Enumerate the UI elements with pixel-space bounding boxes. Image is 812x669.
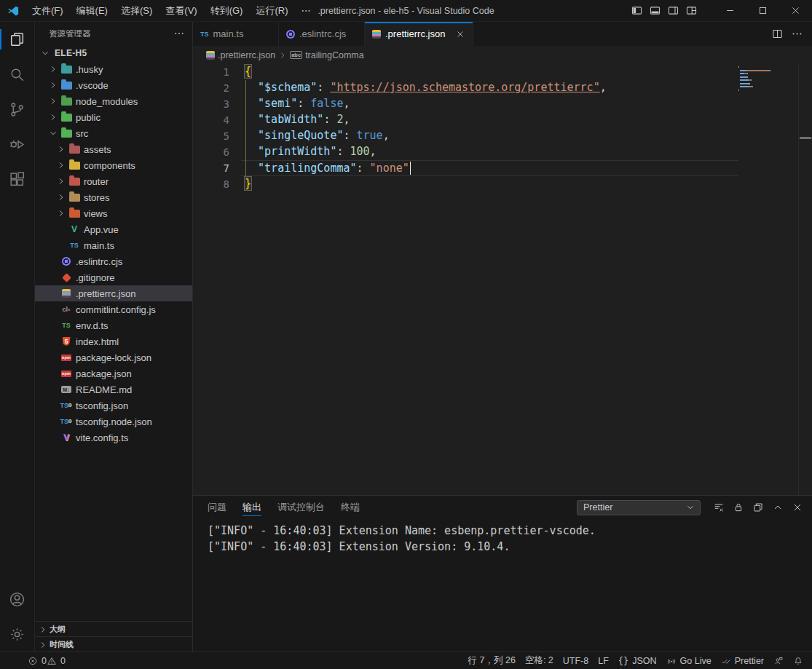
code-editor[interactable]: 1{2 "$schema": "https://json.schemastore… (193, 64, 812, 495)
tree-item-env.d.ts[interactable]: TSenv.d.ts (35, 317, 192, 333)
menu-item-3[interactable]: 查看(V) (159, 2, 203, 20)
lock-icon[interactable] (733, 502, 744, 513)
code-line-8[interactable]: 8} (193, 176, 738, 192)
tree-item-stores[interactable]: stores (35, 189, 192, 205)
code-line-5[interactable]: 5 "singleQuote": true, (193, 128, 738, 144)
activitybar-account[interactable] (0, 582, 34, 617)
status-eol[interactable]: LF (598, 652, 609, 669)
sidebar-section-0[interactable]: 大纲 (35, 621, 192, 636)
menu-item-0[interactable]: 文件(F) (25, 2, 70, 20)
split-editor-icon[interactable] (771, 28, 784, 40)
status-language-mode[interactable]: {}JSON (618, 652, 657, 669)
tree-item-package.json[interactable]: npmpackage.json (35, 365, 192, 381)
maximize-button[interactable] (746, 0, 779, 22)
minimize-button[interactable] (714, 0, 746, 22)
minimap[interactable] (738, 66, 798, 92)
activitybar-source-control[interactable] (0, 92, 34, 127)
sidebar-section-1[interactable]: 时间线 (35, 636, 192, 652)
panel-tab-调试控制台[interactable]: 调试控制台 (277, 496, 325, 519)
panel-tab-输出[interactable]: 输出 (243, 496, 261, 519)
tree-root[interactable]: ELE-H5 (35, 45, 192, 61)
code-line-1[interactable]: 1{ (193, 64, 738, 80)
close-window-button[interactable] (779, 0, 812, 22)
tree-item-tsconfig.json[interactable]: TS⚙tsconfig.json (35, 397, 192, 413)
more-actions-icon[interactable] (173, 28, 185, 39)
activitybar-explorer[interactable] (0, 22, 34, 57)
tree-item-assets[interactable]: assets (35, 141, 192, 157)
menu-item-1[interactable]: 编辑(E) (70, 2, 114, 20)
layout-sidebar-right-icon[interactable] (667, 4, 679, 17)
output-channel-select[interactable]: Prettier (577, 500, 701, 515)
activitybar-search[interactable] (0, 57, 34, 92)
activitybar-extensions[interactable] (0, 162, 34, 197)
code-line-6[interactable]: 6 "printWidth": 100, (193, 144, 738, 160)
tree-item-.gitignore[interactable]: .gitignore (35, 269, 192, 285)
tree-item-label: README.md (76, 384, 132, 395)
tree-item-README.md[interactable]: M↓README.md (35, 381, 192, 397)
clear-output-icon[interactable] (713, 502, 725, 513)
menu-item-6[interactable]: ⋯ (294, 3, 317, 18)
vite-icon: V (63, 432, 69, 443)
tree-item-.husky[interactable]: .husky (35, 61, 192, 77)
tree-item-views[interactable]: views (35, 205, 192, 221)
tree-item-tsconfig.node.json[interactable]: TS⚙tsconfig.node.json (35, 413, 192, 429)
breadcrumb-item-1[interactable]: abctrailingComma (290, 50, 364, 60)
panel-tab-终端[interactable]: 终端 (341, 496, 360, 519)
breadcrumb-item-0[interactable]: .prettierrc.json (206, 50, 275, 60)
file-icon-slot (60, 98, 73, 106)
tree-item-commitlint.config.js[interactable]: clxcommitlint.config.js (35, 301, 192, 317)
layout-panel-icon[interactable] (649, 4, 661, 17)
layout-sidebar-left-icon[interactable] (631, 4, 643, 17)
status-errors[interactable]: 0 (28, 652, 47, 669)
tree-item-index.html[interactable]: 5index.html (35, 333, 192, 349)
activitybar-run-debug[interactable] (0, 127, 34, 162)
token: "singleQuote" (258, 129, 343, 142)
editor-tab-.eslintrc.cjs[interactable]: .eslintrc.cjs (279, 22, 365, 46)
status-notifications[interactable] (793, 652, 803, 669)
tree-item-main.ts[interactable]: TSmain.ts (35, 237, 192, 253)
editor-tab-main.ts[interactable]: TSmain.ts (193, 22, 279, 46)
tree-item-label: package-lock.json (76, 352, 151, 363)
layout-customize-icon[interactable] (685, 4, 698, 17)
menu-item-4[interactable]: 转到(G) (204, 2, 250, 20)
tree-item-vite.config.ts[interactable]: Vvite.config.ts (35, 429, 192, 446)
open-output-editor-icon[interactable] (752, 502, 764, 513)
minimap-line (738, 90, 798, 91)
prettier-icon (372, 30, 381, 39)
editor-tab-.prettierrc.json[interactable]: .prettierrc.json (365, 22, 473, 46)
status-encoding[interactable]: UTF-8 (563, 652, 588, 669)
tree-item-node_modules[interactable]: node_modules (35, 93, 192, 109)
editor-more-actions-icon[interactable] (791, 28, 803, 40)
tree-item-public[interactable]: public (35, 109, 192, 125)
line-content: "$schema": "https://json.schemastore.org… (241, 80, 738, 96)
menu-item-5[interactable]: 运行(R) (249, 2, 294, 20)
status-warnings[interactable]: 0 (47, 652, 66, 669)
tree-item-.vscode[interactable]: .vscode (35, 77, 192, 93)
file-icon-slot (68, 162, 81, 170)
code-line-7[interactable]: 7 "trailingComma": "none" (193, 160, 738, 176)
status-go-live[interactable]: Go Live (666, 652, 712, 669)
code-line-3[interactable]: 3 "semi": false, (193, 96, 738, 112)
status-cursor-position[interactable]: 行 7，列 26 (468, 652, 516, 669)
panel-tab-问题[interactable]: 问题 (208, 496, 226, 519)
maximize-panel-icon[interactable] (772, 502, 784, 513)
overview-ruler[interactable] (798, 64, 812, 495)
close-tab-icon[interactable] (455, 29, 465, 39)
tree-item-src[interactable]: src (35, 125, 192, 141)
tree-item-router[interactable]: router (35, 173, 192, 189)
tree-item-.eslintrc.cjs[interactable]: .eslintrc.cjs (35, 253, 192, 269)
menu-item-2[interactable]: 选择(S) (114, 2, 159, 20)
tree-item-components[interactable]: components (35, 157, 192, 173)
status-indentation[interactable]: 空格: 2 (525, 652, 553, 669)
close-panel-icon[interactable] (792, 502, 803, 513)
tree-item-package-lock.json[interactable]: npmpackage-lock.json (35, 349, 192, 365)
cursor-marker (800, 137, 811, 139)
tree-item-.prettierrc.json[interactable]: .prettierrc.json (35, 285, 192, 301)
code-line-4[interactable]: 4 "tabWidth": 2, (193, 112, 738, 128)
tree-item-App.vue[interactable]: VApp.vue (35, 221, 192, 237)
activitybar-settings[interactable] (0, 617, 34, 652)
status-prettier[interactable]: Prettier (721, 652, 764, 669)
titlebar: 文件(F)编辑(E)选择(S)查看(V)转到(G)运行(R)⋯ .prettie… (0, 0, 812, 22)
status-feedback[interactable] (773, 652, 784, 669)
code-line-2[interactable]: 2 "$schema": "https://json.schemastore.o… (193, 80, 738, 96)
